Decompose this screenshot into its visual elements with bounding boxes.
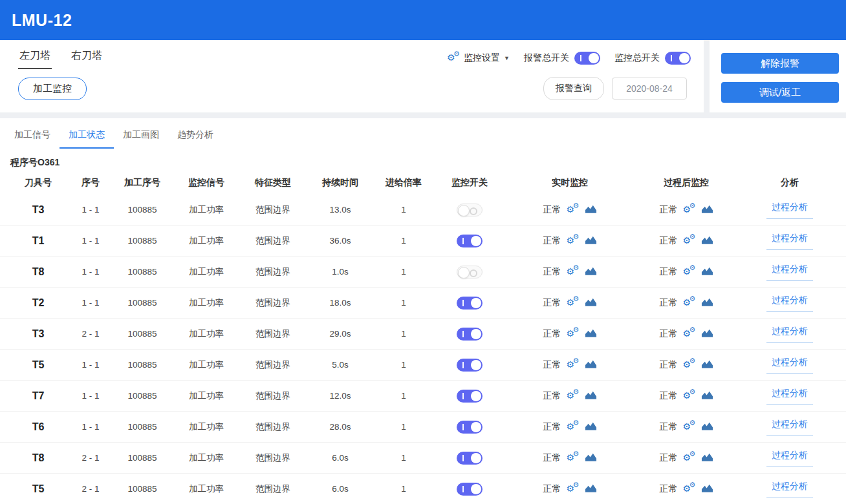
monitor-master-toggle[interactable] <box>665 52 691 65</box>
gear-icon[interactable]: ⚙⚙ <box>567 266 580 278</box>
machining-sequence: 100885 <box>114 453 171 463</box>
chart-icon[interactable] <box>585 452 597 464</box>
column-header: 监控信号 <box>171 177 242 189</box>
machining-sequence: 100885 <box>114 267 171 277</box>
monitor-switch-cell <box>431 452 508 465</box>
gear-icon[interactable]: ⚙⚙ <box>683 297 696 309</box>
gear-icon[interactable]: ⚙⚙ <box>683 204 696 216</box>
machining-monitor-button[interactable]: 加工监控 <box>18 78 87 100</box>
chart-icon[interactable] <box>701 328 713 340</box>
tool-id: T5 <box>9 483 67 495</box>
gear-icon[interactable]: ⚙⚙ <box>683 452 696 464</box>
feature-type: 范围边界 <box>242 421 304 433</box>
chart-icon[interactable] <box>701 204 713 216</box>
feed-rate: 1 <box>376 298 431 308</box>
chart-icon[interactable] <box>585 235 597 247</box>
gear-icon[interactable]: ⚙⚙ <box>567 359 580 371</box>
row-monitor-toggle[interactable] <box>457 359 483 372</box>
status-text: 正常 <box>660 266 678 278</box>
realtime-monitor-cell: 正常⚙⚙ <box>508 483 631 495</box>
feature-type: 范围边界 <box>242 359 304 371</box>
clear-alarm-button[interactable]: 解除报警 <box>721 53 839 74</box>
chart-icon[interactable] <box>585 266 597 278</box>
gear-icon[interactable]: ⚙⚙ <box>567 204 580 216</box>
post-process-monitor-cell: 正常⚙⚙ <box>631 266 741 278</box>
chart-icon[interactable] <box>701 390 713 402</box>
process-analysis-button[interactable]: 过程分析 <box>766 324 813 343</box>
process-analysis-button[interactable]: 过程分析 <box>766 355 813 374</box>
process-analysis-button[interactable]: 过程分析 <box>766 262 813 281</box>
tab-left-turret[interactable]: 左刀塔 <box>18 47 52 69</box>
row-monitor-toggle[interactable] <box>457 297 483 310</box>
row-monitor-toggle[interactable] <box>457 452 483 465</box>
gear-icon[interactable]: ⚙⚙ <box>567 483 580 495</box>
date-input[interactable]: 2020-08-24 <box>612 78 687 100</box>
gear-icon[interactable]: ⚙⚙ <box>567 328 580 340</box>
process-analysis-button[interactable]: 过程分析 <box>766 448 813 467</box>
gear-icon[interactable]: ⚙⚙ <box>683 235 696 247</box>
chart-icon[interactable] <box>701 266 713 278</box>
row-monitor-toggle[interactable] <box>457 266 483 278</box>
chart-icon[interactable] <box>701 235 713 247</box>
alarm-master-toggle[interactable] <box>574 52 600 65</box>
gear-icon[interactable]: ⚙⚙ <box>683 421 696 433</box>
chart-icon[interactable] <box>585 328 597 340</box>
tab-machining-plot[interactable]: 加工画图 <box>114 123 168 149</box>
chart-icon[interactable] <box>585 204 597 216</box>
column-header: 实时监控 <box>508 177 631 189</box>
post-process-monitor-cell: 正常⚙⚙ <box>631 421 741 433</box>
row-monitor-toggle[interactable] <box>457 204 483 216</box>
chart-icon[interactable] <box>585 390 597 402</box>
chart-icon[interactable] <box>701 359 713 371</box>
gear-icon[interactable]: ⚙⚙ <box>567 452 580 464</box>
gear-icon[interactable]: ⚙⚙ <box>567 421 580 433</box>
row-monitor-toggle[interactable] <box>457 235 483 247</box>
chart-icon[interactable] <box>585 297 597 309</box>
chart-icon[interactable] <box>701 297 713 309</box>
chart-icon[interactable] <box>585 483 597 495</box>
table-row: T32 - 1100885加工功率范围边界29.0s1正常⚙⚙正常⚙⚙过程分析 <box>0 319 846 350</box>
process-analysis-button[interactable]: 过程分析 <box>766 386 813 405</box>
post-process-monitor-cell: 正常⚙⚙ <box>631 483 741 495</box>
post-process-monitor-cell: 正常⚙⚙ <box>631 390 741 402</box>
gear-icon[interactable]: ⚙⚙ <box>683 483 696 495</box>
gear-icon[interactable]: ⚙⚙ <box>567 297 580 309</box>
process-analysis-button[interactable]: 过程分析 <box>766 417 813 436</box>
chart-icon[interactable] <box>585 359 597 371</box>
post-process-monitor-cell: 正常⚙⚙ <box>631 297 741 309</box>
gear-icon[interactable]: ⚙⚙ <box>683 328 696 340</box>
feed-rate: 1 <box>376 267 431 277</box>
monitor-settings-dropdown[interactable]: ⚙⚙ 监控设置 ▼ <box>447 52 510 64</box>
gear-icon[interactable]: ⚙⚙ <box>567 235 580 247</box>
alarm-query-button[interactable]: 报警查询 <box>543 77 604 100</box>
process-analysis-button[interactable]: 过程分析 <box>766 231 813 250</box>
chart-icon[interactable] <box>701 421 713 433</box>
main-tabs: 加工信号 加工状态 加工画图 趋势分析 <box>0 118 846 149</box>
chart-icon[interactable] <box>701 483 713 495</box>
row-monitor-toggle[interactable] <box>457 390 483 403</box>
realtime-monitor-cell: 正常⚙⚙ <box>508 452 631 464</box>
analysis-cell: 过程分析 <box>741 200 838 219</box>
tab-trend-analysis[interactable]: 趋势分析 <box>168 123 222 149</box>
gear-icon[interactable]: ⚙⚙ <box>567 390 580 402</box>
table-header-row: 刀具号 序号 加工序号 监控信号 特征类型 持续时间 进给倍率 监控开关 实时监… <box>0 171 846 194</box>
row-monitor-toggle[interactable] <box>457 483 483 496</box>
process-analysis-button[interactable]: 过程分析 <box>766 479 813 498</box>
toolbar: 左刀塔 右刀塔 ⚙⚙ 监控设置 ▼ 报警总开关 监控总开关 <box>0 40 846 112</box>
row-monitor-toggle[interactable] <box>457 328 483 341</box>
debug-rework-button[interactable]: 调试/返工 <box>721 82 839 103</box>
process-analysis-button[interactable]: 过程分析 <box>766 293 813 312</box>
duration: 18.0s <box>304 298 376 308</box>
tab-machining-signal[interactable]: 加工信号 <box>5 123 60 149</box>
column-header: 序号 <box>67 177 114 189</box>
table-row: T61 - 1100885加工功率范围边界28.0s1正常⚙⚙正常⚙⚙过程分析 <box>0 412 846 443</box>
tab-right-turret[interactable]: 右刀塔 <box>70 47 103 69</box>
gear-icon[interactable]: ⚙⚙ <box>683 390 696 402</box>
tab-machining-status[interactable]: 加工状态 <box>60 123 114 149</box>
process-analysis-button[interactable]: 过程分析 <box>766 200 813 219</box>
chart-icon[interactable] <box>701 452 713 464</box>
row-monitor-toggle[interactable] <box>457 421 483 434</box>
gear-icon[interactable]: ⚙⚙ <box>683 266 696 278</box>
gear-icon[interactable]: ⚙⚙ <box>683 359 696 371</box>
chart-icon[interactable] <box>585 421 597 433</box>
